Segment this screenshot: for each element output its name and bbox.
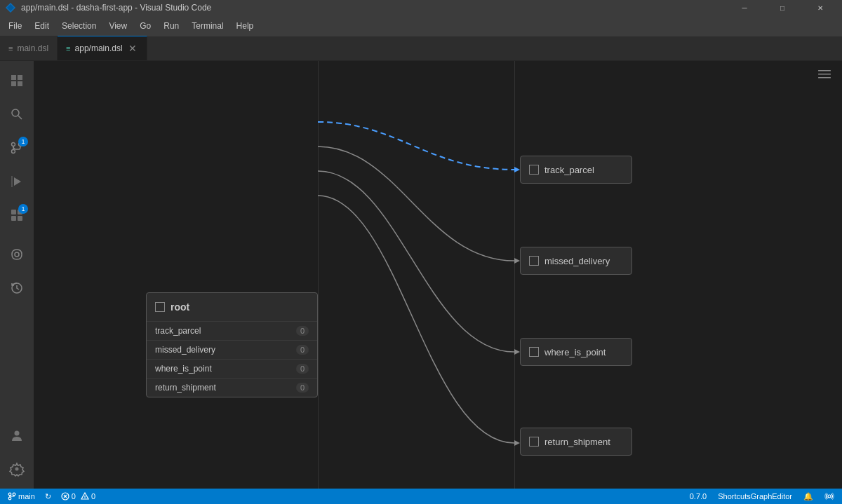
activity-run-debug[interactable]: [0, 165, 34, 198]
svg-marker-16: [514, 440, 520, 446]
window-title: app/main.dsl - dasha-first-app - Visual …: [21, 3, 211, 13]
svg-point-28: [828, 495, 831, 498]
tab-close-button[interactable]: ✕: [127, 43, 138, 54]
source-control-badge: 1: [18, 137, 28, 147]
tab-icon: ≡: [8, 44, 13, 53]
activitybar-bottom: [0, 418, 34, 489]
statusbar-version[interactable]: 0.7.0: [688, 492, 709, 500]
list-item-missed-delivery[interactable]: missed_delivery 0: [147, 340, 317, 359]
list-item-count: 0: [296, 383, 309, 393]
statusbar-editor-name[interactable]: ShortcutsGraphEditor: [716, 492, 794, 500]
svg-point-0: [12, 109, 19, 116]
menu-file[interactable]: File: [3, 18, 27, 34]
statusbar-bell[interactable]: 🔔: [801, 492, 815, 501]
close-button[interactable]: ✕: [804, 0, 836, 15]
activity-extensions[interactable]: 1: [0, 198, 34, 232]
list-item-where-is-point[interactable]: where_is_point 0: [147, 359, 317, 378]
error-count: 0: [72, 492, 76, 500]
tab-app-main-dsl[interactable]: ≡ app/main.dsl ✕: [58, 36, 147, 60]
list-item-label: missed_delivery: [155, 345, 215, 355]
node-checkbox[interactable]: [529, 347, 539, 357]
right-node-track-parcel[interactable]: track_parcel: [520, 156, 632, 184]
svg-point-12: [15, 468, 19, 471]
version-label: 0.7.0: [690, 492, 707, 500]
activitybar: 1 1: [0, 61, 34, 489]
node-checkbox[interactable]: [529, 165, 539, 175]
list-item-count: 0: [296, 364, 309, 374]
root-node-checkbox[interactable]: [155, 302, 165, 312]
activity-accounts[interactable]: [0, 418, 34, 452]
activity-search[interactable]: [0, 97, 34, 131]
menu-run[interactable]: Run: [158, 18, 185, 34]
right-node-missed-delivery[interactable]: missed_delivery: [520, 247, 632, 275]
svg-point-22: [13, 493, 15, 496]
list-item-label: where_is_point: [155, 364, 212, 374]
menu-selection[interactable]: Selection: [56, 18, 102, 34]
menu-help[interactable]: Help: [231, 18, 260, 34]
list-item-count: 0: [296, 326, 309, 336]
menu-go[interactable]: Go: [134, 18, 156, 34]
connections-svg: [34, 61, 842, 489]
tabbar: ≡ main.dsl ≡ app/main.dsl ✕: [0, 36, 842, 61]
svg-marker-15: [514, 349, 520, 355]
menu-view[interactable]: View: [103, 18, 133, 34]
list-item-count: 0: [296, 345, 309, 355]
svg-point-20: [8, 493, 11, 496]
bell-icon: 🔔: [803, 492, 813, 501]
statusbar-sync[interactable]: ↻: [43, 492, 53, 501]
svg-rect-9: [18, 216, 22, 221]
editor-menu-button[interactable]: [815, 67, 834, 85]
app-icon: [6, 3, 15, 13]
list-item-track-parcel[interactable]: track_parcel 0: [147, 321, 317, 340]
node-label: track_parcel: [544, 165, 594, 175]
editor-toolbar: [815, 67, 834, 85]
svg-rect-19: [818, 77, 831, 79]
sync-icon: ↻: [45, 492, 51, 501]
menu-edit[interactable]: Edit: [29, 18, 55, 34]
node-checkbox[interactable]: [529, 437, 539, 447]
activity-source-control[interactable]: 1: [0, 131, 34, 165]
node-label: where_is_point: [544, 347, 606, 357]
editor-name-label: ShortcutsGraphEditor: [718, 492, 792, 500]
right-node-where-is-point[interactable]: where_is_point: [520, 338, 632, 366]
menu-terminal[interactable]: Terminal: [186, 18, 229, 34]
warning-count: 0: [91, 492, 95, 500]
svg-marker-14: [514, 258, 520, 264]
activity-history[interactable]: [0, 271, 34, 305]
tab-icon: ≡: [66, 44, 70, 53]
tab-main-dsl[interactable]: ≡ main.dsl: [0, 36, 58, 60]
activity-settings[interactable]: [0, 452, 34, 486]
svg-rect-8: [11, 216, 16, 221]
root-node-container: root track_parcel 0 missed_delivery 0 wh…: [146, 292, 318, 397]
statusbar-broadcast[interactable]: [822, 491, 836, 501]
statusbar-right: 0.7.0 ShortcutsGraphEditor 🔔: [688, 491, 836, 501]
svg-marker-13: [514, 167, 520, 172]
window-controls: ─ □ ✕: [728, 0, 836, 15]
titlebar-left: app/main.dsl - dasha-first-app - Visual …: [6, 3, 211, 13]
svg-line-1: [18, 116, 22, 119]
right-node-return-shipment[interactable]: return_shipment: [520, 428, 632, 456]
main-layout: 1 1: [0, 61, 842, 489]
extensions-badge: 1: [18, 204, 28, 214]
node-checkbox[interactable]: [529, 256, 539, 266]
statusbar-branch[interactable]: main: [6, 492, 37, 500]
svg-point-2: [12, 143, 15, 147]
branch-name: main: [18, 492, 35, 500]
svg-rect-18: [818, 74, 831, 75]
statusbar-errors[interactable]: 0 0: [59, 492, 98, 500]
titlebar: app/main.dsl - dasha-first-app - Visual …: [0, 0, 842, 15]
maximize-button[interactable]: □: [766, 0, 798, 15]
activity-explorer[interactable]: [0, 64, 34, 97]
divider-left: [318, 61, 319, 489]
graph-canvas[interactable]: root track_parcel 0 missed_delivery 0 wh…: [34, 61, 842, 489]
node-label: missed_delivery: [544, 256, 610, 266]
activity-dasha[interactable]: [0, 238, 34, 271]
list-item-return-shipment[interactable]: return_shipment 0: [147, 378, 317, 397]
svg-rect-6: [11, 210, 16, 214]
statusbar: main ↻ 0 0 0.7.0 ShortcutsGraphEditor: [0, 489, 842, 504]
minimize-button[interactable]: ─: [728, 0, 761, 15]
svg-point-11: [15, 431, 20, 436]
list-item-label: track_parcel: [155, 326, 201, 336]
divider-right: [514, 61, 515, 489]
svg-point-27: [84, 498, 85, 499]
